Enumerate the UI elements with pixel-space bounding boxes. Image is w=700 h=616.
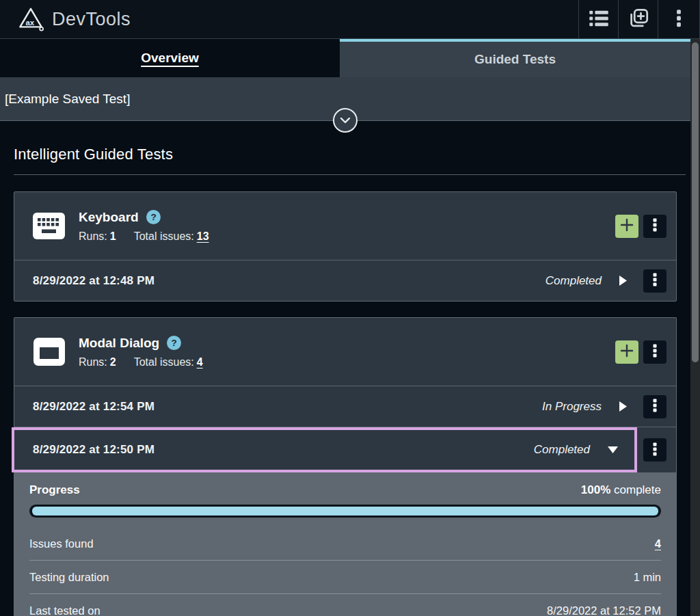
axe-logo-icon: ax [18, 7, 44, 31]
progress-bar [29, 505, 661, 518]
run-status: In Progress [542, 400, 602, 414]
saved-test-bar: [Example Saved Test] [0, 77, 690, 121]
test-title: Keyboard [79, 210, 139, 225]
tab-overview[interactable]: Overview [0, 39, 340, 77]
chevron-down-icon [340, 116, 351, 126]
kebab-menu-icon [653, 273, 657, 289]
plus-icon [620, 344, 634, 360]
runs-count: 1 [110, 230, 116, 242]
test-run-row-wrapper: 8/29/2022 at 12:50 PM Completed [14, 427, 676, 472]
highlighted-run-row[interactable]: 8/29/2022 at 12:50 PM Completed [12, 427, 637, 472]
list-icon [589, 9, 609, 30]
kebab-menu-icon [653, 344, 657, 360]
test-card-header: Modal Dialog ? Runs:2 Tot [14, 318, 676, 386]
run-date: 8/29/2022 at 12:54 PM [33, 400, 542, 414]
test-list-button[interactable] [578, 0, 618, 38]
scrollbar[interactable] [690, 39, 700, 616]
tab-overview-label: Overview [141, 51, 199, 66]
collapse-chevron-button[interactable] [333, 108, 358, 133]
kebab-menu-icon [653, 218, 657, 234]
test-info: Modal Dialog ? Runs:2 Tot [79, 336, 615, 369]
run-date: 8/29/2022 at 12:50 PM [33, 443, 534, 457]
run-details-panel: Progress 100% complete Issues found 4 [14, 472, 676, 616]
detail-row-duration: Testing duration 1 min [29, 561, 661, 594]
help-icon[interactable]: ? [167, 336, 181, 350]
run-date: 8/29/2022 at 12:48 PM [33, 274, 546, 288]
plus-icon [620, 218, 634, 234]
run-status: Completed [534, 443, 590, 457]
test-run-row[interactable]: 8/29/2022 at 12:54 PM In Progress [14, 386, 676, 427]
tab-guided-tests-label: Guided Tests [474, 52, 556, 67]
detail-label: Issues found [29, 537, 94, 550]
modal-dialog-icon [33, 336, 65, 369]
test-menu-button[interactable] [643, 215, 667, 238]
run-menu-button[interactable] [643, 269, 667, 293]
progress-label: Progress [29, 483, 80, 497]
axe-devtools-app: ax DevTools [0, 0, 700, 616]
progress-complete-text: 100% complete [581, 483, 661, 497]
detail-label: Testing duration [29, 571, 109, 584]
detail-value: 1 min [634, 571, 661, 584]
start-test-button[interactable] [615, 340, 638, 364]
logo-ax-text: ax [25, 18, 34, 27]
page-title: Intelligent Guided Tests [14, 146, 677, 163]
app-header: ax DevTools [0, 0, 700, 39]
scrollbar-thumb[interactable] [692, 42, 699, 362]
test-card-header: Keyboard ? Runs:1 Total i [14, 192, 676, 260]
issues-stat: Total issues:4 [134, 356, 203, 369]
kebab-menu-icon [653, 442, 657, 458]
guided-tests-panel: Intelligent Guided Tests [0, 146, 690, 616]
detail-value: 8/29/2022 at 12:52 PM [547, 604, 661, 616]
test-menu-button[interactable] [643, 340, 667, 364]
progress-bar-fill [32, 507, 658, 515]
svg-text:?: ? [150, 212, 156, 222]
new-tab-button[interactable] [618, 0, 658, 38]
detail-row-issues: Issues found 4 [29, 527, 661, 561]
detail-label: Last tested on [29, 604, 100, 616]
kebab-menu-icon [653, 399, 657, 414]
run-menu-button[interactable] [643, 395, 667, 418]
test-card-keyboard: Keyboard ? Runs:1 Total i [14, 191, 677, 302]
run-menu-button[interactable] [643, 438, 667, 461]
saved-test-label: [Example Saved Test] [5, 92, 130, 107]
help-icon[interactable]: ? [146, 210, 161, 224]
expand-arrow-icon[interactable] [619, 401, 627, 412]
tab-bar: Overview Guided Tests [0, 39, 690, 77]
header-actions [578, 0, 700, 38]
issues-count-link[interactable]: 13 [197, 230, 209, 242]
issues-count-link[interactable]: 4 [197, 356, 203, 368]
svg-text:?: ? [172, 338, 177, 348]
heading-divider [14, 174, 686, 175]
test-title: Modal Dialog [79, 336, 159, 351]
runs-count: 2 [110, 356, 116, 368]
collapse-arrow-icon[interactable] [608, 446, 618, 453]
expand-arrow-icon[interactable] [619, 276, 627, 286]
test-info: Keyboard ? Runs:1 Total i [79, 210, 615, 243]
tab-guided-tests[interactable]: Guided Tests [340, 39, 690, 77]
page-body: Overview Guided Tests [Example Saved Tes… [0, 39, 700, 616]
keyboard-icon [33, 210, 65, 243]
test-run-row[interactable]: 8/29/2022 at 12:48 PM Completed [14, 260, 676, 301]
kebab-menu-icon [676, 9, 682, 30]
app-logo: ax DevTools [0, 0, 131, 38]
issues-stat: Total issues:13 [134, 230, 209, 243]
start-test-button[interactable] [615, 215, 638, 238]
run-status: Completed [546, 274, 602, 288]
runs-stat: Runs:2 [79, 356, 116, 369]
new-window-plus-icon [628, 8, 649, 31]
detail-row-last-tested: Last tested on 8/29/2022 at 12:52 PM [29, 594, 661, 616]
runs-stat: Runs:1 [79, 230, 116, 243]
issues-found-link[interactable]: 4 [655, 537, 661, 550]
app-title: DevTools [52, 9, 131, 30]
test-card-modal-dialog: Modal Dialog ? Runs:2 Tot [14, 317, 677, 616]
header-menu-button[interactable] [658, 0, 700, 38]
